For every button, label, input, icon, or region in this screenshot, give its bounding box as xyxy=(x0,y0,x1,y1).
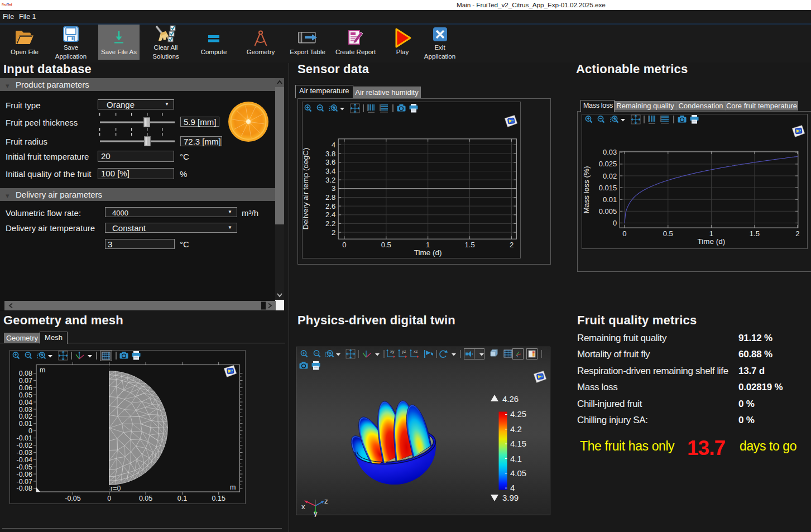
svg-text:0.1: 0.1 xyxy=(177,495,187,502)
svg-text:4.26: 4.26 xyxy=(502,394,519,404)
svg-text:4.15: 4.15 xyxy=(510,439,526,448)
svg-text:1: 1 xyxy=(426,241,430,249)
svg-text:-0.02: -0.02 xyxy=(17,442,33,449)
svg-text:2.8: 2.8 xyxy=(325,193,335,202)
svg-text:xz: xz xyxy=(414,349,418,354)
svg-text:3.4: 3.4 xyxy=(325,167,335,175)
svg-text:4: 4 xyxy=(510,483,515,492)
svg-text:0: 0 xyxy=(342,241,346,249)
svg-text:3.2: 3.2 xyxy=(325,176,335,184)
svg-text:0: 0 xyxy=(28,427,32,435)
svg-text:0.01: 0.01 xyxy=(603,195,617,204)
svg-text:4: 4 xyxy=(332,141,335,149)
svg-text:0.05: 0.05 xyxy=(139,495,152,502)
svg-text:1.5: 1.5 xyxy=(750,229,760,238)
svg-text:1: 1 xyxy=(709,229,713,238)
svg-text:-0.05: -0.05 xyxy=(17,463,33,471)
svg-text:0.04: 0.04 xyxy=(19,399,32,406)
svg-text:0: 0 xyxy=(622,229,626,238)
svg-text:1.5: 1.5 xyxy=(465,241,475,249)
svg-text:z: z xyxy=(324,497,328,505)
svg-text:0.06: 0.06 xyxy=(19,384,32,392)
svg-text:0.15: 0.15 xyxy=(212,495,225,502)
svg-text:0.03: 0.03 xyxy=(603,148,617,156)
svg-text:2.4: 2.4 xyxy=(325,210,335,219)
svg-text:-0.08: -0.08 xyxy=(17,485,33,492)
svg-text:2.6: 2.6 xyxy=(325,202,335,210)
svg-text:0.02: 0.02 xyxy=(603,172,617,180)
svg-text:0.08: 0.08 xyxy=(19,370,32,377)
svg-text:0.5: 0.5 xyxy=(381,241,391,249)
svg-text:-0.04: -0.04 xyxy=(17,456,33,464)
svg-text:4.05: 4.05 xyxy=(510,468,526,478)
svg-text:-0.01: -0.01 xyxy=(17,434,33,442)
svg-text:2: 2 xyxy=(510,241,514,249)
svg-text:3.8: 3.8 xyxy=(325,150,335,158)
svg-text:yz: yz xyxy=(402,349,406,354)
svg-text:m: m xyxy=(40,366,45,374)
svg-text:-0.03: -0.03 xyxy=(17,449,33,457)
svg-text:m: m xyxy=(230,483,236,491)
svg-text:0.05: 0.05 xyxy=(19,391,32,399)
svg-text:0.01: 0.01 xyxy=(19,420,32,428)
svg-text:0.03: 0.03 xyxy=(19,406,32,414)
svg-text:0.005: 0.005 xyxy=(599,207,617,215)
svg-text:x: x xyxy=(301,502,305,511)
svg-text:-0.06: -0.06 xyxy=(17,471,33,478)
svg-text:0: 0 xyxy=(613,219,617,227)
svg-text:2.2: 2.2 xyxy=(325,219,335,228)
svg-text:4.2: 4.2 xyxy=(510,424,522,434)
svg-text:0.015: 0.015 xyxy=(599,184,617,192)
svg-text:y: y xyxy=(314,509,318,517)
svg-text:0.5: 0.5 xyxy=(663,229,673,238)
svg-text:xy: xy xyxy=(390,349,395,354)
svg-text:-0.07: -0.07 xyxy=(17,478,33,486)
svg-text:2: 2 xyxy=(332,228,335,237)
svg-text:r=0: r=0 xyxy=(111,485,121,492)
svg-text:0: 0 xyxy=(107,495,111,502)
svg-text:0.025: 0.025 xyxy=(599,160,617,168)
svg-text:Time (d): Time (d) xyxy=(698,237,726,246)
svg-text:3: 3 xyxy=(332,184,335,193)
svg-text:Delivery air temp (degC): Delivery air temp (degC) xyxy=(301,148,310,229)
svg-text:-0.05: -0.05 xyxy=(65,495,81,502)
svg-text:0.02: 0.02 xyxy=(19,413,32,420)
svg-text:3.6: 3.6 xyxy=(325,158,335,166)
svg-text:4.25: 4.25 xyxy=(510,409,526,419)
svg-text:4.1: 4.1 xyxy=(510,454,522,463)
svg-text:0.07: 0.07 xyxy=(19,377,32,385)
svg-text:Mass loss (%): Mass loss (%) xyxy=(582,166,591,214)
svg-text:Time (d): Time (d) xyxy=(414,248,442,257)
svg-text:3.99: 3.99 xyxy=(502,493,519,502)
svg-text:2: 2 xyxy=(795,229,799,238)
